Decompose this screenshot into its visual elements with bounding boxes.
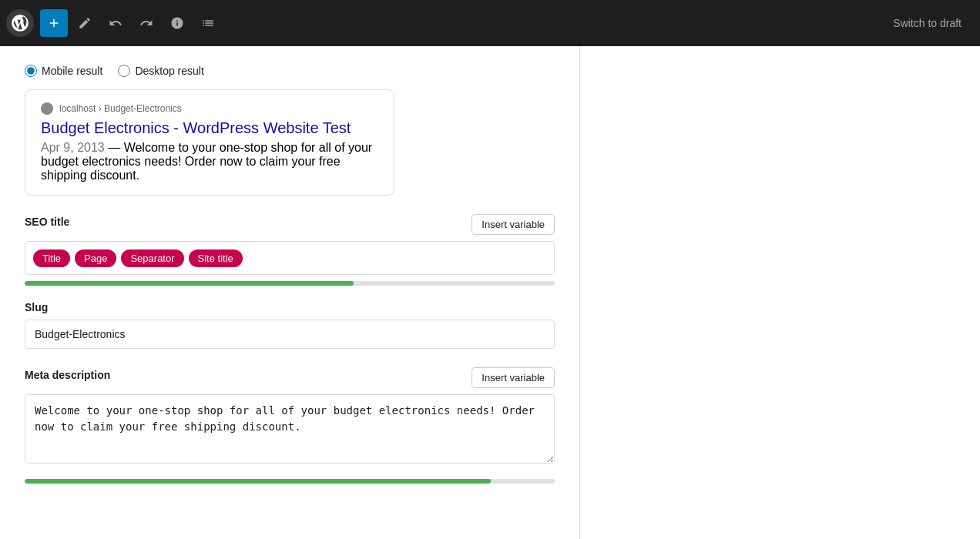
seo-title-field[interactable]: TitlePageSeparatorSite title (25, 241, 555, 275)
preview-favicon (41, 102, 53, 115)
meta-description-input[interactable] (25, 394, 555, 464)
info-button[interactable] (163, 9, 191, 37)
seo-title-progress-bar (25, 281, 555, 286)
add-block-button[interactable] (40, 9, 68, 37)
seo-title-header: SEO title Insert variable (25, 214, 555, 235)
preview-description: Apr 9, 2013 — Welcome to your one-stop s… (41, 141, 378, 182)
seo-title-tag[interactable]: Site title (189, 249, 243, 267)
preview-url-row: localhost › Budget-Electronics (41, 102, 378, 115)
seo-title-tag[interactable]: Separator (121, 249, 183, 267)
search-preview-card: localhost › Budget-Electronics Budget El… (25, 89, 394, 196)
slug-section: Slug (25, 301, 555, 349)
main-content: Mobile result Desktop result localhost ›… (0, 46, 980, 539)
result-toggle: Mobile result Desktop result (25, 65, 555, 77)
seo-title-tag[interactable]: Page (75, 249, 116, 267)
seo-panel: Mobile result Desktop result localhost ›… (0, 46, 579, 539)
seo-title-label: SEO title (25, 216, 69, 228)
seo-title-insert-variable-button[interactable]: Insert variable (472, 214, 555, 235)
desktop-result-label[interactable]: Desktop result (118, 65, 203, 77)
mobile-result-label[interactable]: Mobile result (25, 65, 102, 77)
meta-description-section: Meta description Insert variable (25, 367, 555, 467)
list-view-button[interactable] (194, 9, 222, 37)
mobile-result-radio[interactable] (25, 65, 37, 77)
meta-description-progress-bar (25, 479, 555, 484)
slug-label: Slug (25, 301, 555, 313)
desktop-result-radio[interactable] (118, 65, 130, 77)
seo-title-tag[interactable]: Title (33, 249, 70, 267)
switch-to-draft-button[interactable]: Switch to draft (893, 17, 962, 29)
wp-logo[interactable] (6, 9, 34, 37)
preview-url: localhost › Budget-Electronics (59, 103, 182, 114)
meta-description-header: Meta description Insert variable (25, 367, 555, 388)
preview-title[interactable]: Budget Electronics - WordPress Website T… (41, 118, 378, 138)
right-sidebar (579, 46, 980, 539)
redo-button[interactable] (133, 9, 160, 37)
preview-date: Apr 9, 2013 (41, 141, 105, 154)
edit-button[interactable] (71, 9, 99, 37)
undo-button[interactable] (102, 9, 129, 37)
meta-description-insert-variable-button[interactable]: Insert variable (472, 367, 555, 388)
meta-description-label: Meta description (25, 369, 110, 381)
toolbar: Switch to draft (0, 0, 980, 46)
slug-input[interactable] (25, 320, 555, 349)
